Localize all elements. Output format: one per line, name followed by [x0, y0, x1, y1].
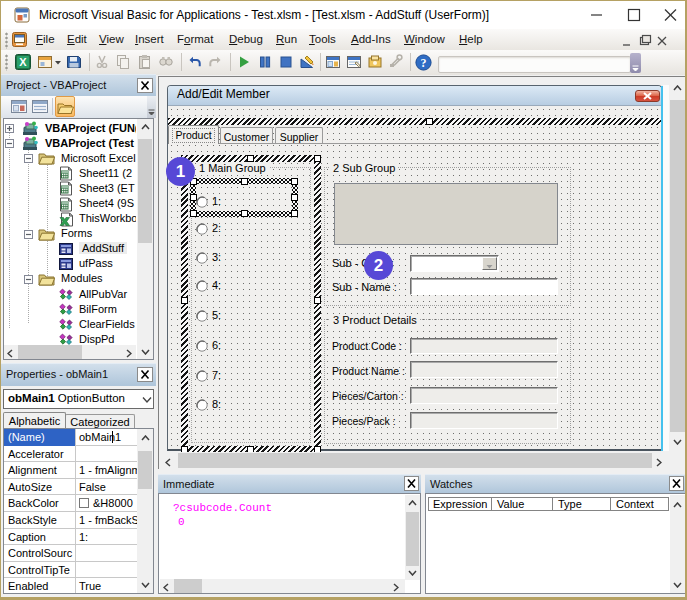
svg-text:?: ? — [421, 56, 427, 70]
svg-text:X: X — [19, 56, 27, 68]
